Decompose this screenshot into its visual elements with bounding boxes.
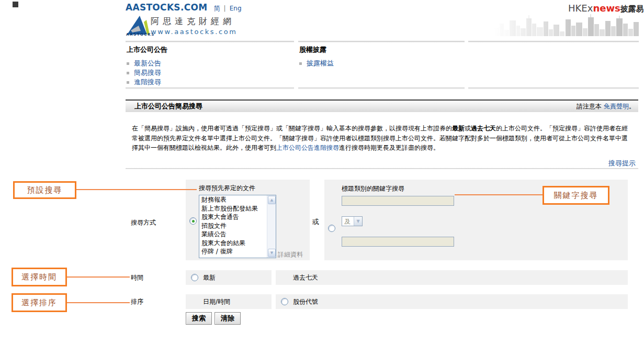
and-operator-select[interactable]: 及 ▼ (342, 216, 363, 226)
intro-bold-past7days: 過去七天 (471, 125, 496, 132)
and-operator-value: 及 (342, 217, 354, 226)
lang-simplified-link[interactable]: 简 (214, 5, 220, 12)
lang-english-link[interactable]: Eng (230, 5, 242, 12)
nav-item-simple-search[interactable]: 簡易搜尋 (127, 68, 161, 78)
callout-choose-sort: 選擇排序 (12, 293, 67, 312)
callout-preset-search: 預設搜尋 (13, 181, 76, 199)
square-bullet-icon (127, 81, 129, 84)
intro-text: 進行搜尋時期更長及更詳盡的搜尋。 (339, 144, 439, 151)
disclaimer-suffix: 。 (629, 103, 635, 110)
callout-line (76, 189, 197, 190)
nav-item-disclosure-interests[interactable]: 披露權益 (299, 59, 334, 68)
sort-option-datetime[interactable]: 日期/時間 (186, 294, 272, 309)
listbox-option[interactable]: 股東大會的結果 (199, 239, 267, 248)
hkex-text: HKEx (568, 3, 593, 14)
listbox-option[interactable]: 業績公告 (199, 230, 267, 239)
callout-choose-time: 選擇時間 (12, 268, 67, 286)
page-title: 上市公司公告簡易搜尋 (134, 102, 202, 111)
nav-item-label: 進階搜尋 (134, 78, 161, 87)
divider (298, 41, 465, 42)
section-title-bar: 上市公司公告簡易搜尋 請注意本免責聲明。 (126, 99, 638, 112)
nav-title-announcements: 上市公司公告 (127, 45, 167, 54)
scroll-down-icon[interactable]: ▼ (268, 249, 276, 257)
divider (298, 87, 465, 89)
predefined-docs-label: 搜尋預先界定的文件 (199, 184, 255, 193)
divider (468, 87, 639, 89)
listbox-option[interactable]: 股東大會通告 (199, 213, 267, 222)
lang-separator: | (224, 5, 226, 12)
time-latest-radio[interactable] (191, 274, 198, 281)
listbox-option[interactable]: 招股文件 (199, 222, 267, 230)
advanced-search-link[interactable]: 上市公司公告進階搜尋 (276, 144, 339, 151)
nav-item-latest-announcements[interactable]: 最新公告 (127, 59, 161, 68)
sort-option-stockcode[interactable]: 股份代號 (276, 294, 628, 309)
callout-keyword-search: 關鍵字搜尋 (543, 186, 609, 205)
nav-column-announcements: 上市公司公告 最新公告 簡易搜尋 進階搜尋 (126, 41, 294, 89)
header-brand-row: AASTOCKS.COM 简 | Eng (126, 2, 242, 13)
hkexnews-logo: HKExnews披露易 (568, 3, 644, 14)
site-name-chinese: 阿思達克財經網 (151, 16, 235, 27)
square-bullet-icon (127, 62, 129, 65)
intro-text: 在「簡易搜尋」設施內，使用者可透過「預定搜尋」或「關鍵字搜尋」輸入基本的搜尋參數… (132, 125, 452, 132)
scroll-up-icon[interactable]: ▲ (268, 196, 276, 204)
time-latest-label: 最新 (203, 273, 216, 282)
corner-icon (13, 2, 18, 7)
listbox-option[interactable]: 財務報表 (199, 195, 267, 204)
or-label: 或 (312, 217, 319, 227)
sort-datetime-label: 日期/時間 (203, 297, 230, 306)
document-type-listbox[interactable]: 財務報表 新上市股份配發結果 股東大會通告 招股文件 業績公告 股東大會的結果 … (199, 195, 276, 258)
intro-paragraph: 在「簡易搜尋」設施內，使用者可透過「預定搜尋」或「關鍵字搜尋」輸入基本的搜尋參數… (132, 124, 632, 153)
disclaimer-prefix: 請注意本 (577, 103, 602, 110)
time-option-latest[interactable]: 最新 (186, 270, 272, 285)
page: AASTOCKS.COM 简 | Eng AASTOCKS 阿思達克財經網 ww… (0, 0, 644, 343)
time-past7days-label: 過去七天 (293, 273, 318, 282)
nav-item-label: 簡易搜尋 (134, 68, 161, 78)
nav-item-advanced-search[interactable]: 進階搜尋 (127, 78, 161, 87)
site-url-text: www.aastocks.com (151, 28, 238, 36)
nav-item-label: 最新公告 (134, 59, 161, 68)
keyword-input-2[interactable] (342, 237, 454, 247)
divider (468, 41, 639, 42)
intro-or: 或 (465, 125, 471, 132)
callout-line (455, 194, 543, 195)
nav-title-disclosure: 股權披露 (299, 45, 326, 54)
nav-column-empty (468, 41, 639, 89)
time-label: 時間 (131, 273, 143, 282)
hkex-chinese-text: 披露易 (620, 4, 644, 14)
details-link[interactable]: 詳細資料 (278, 250, 303, 259)
square-bullet-icon (299, 62, 302, 65)
square-bullet-icon (127, 72, 129, 74)
skyline-fade (494, 14, 572, 37)
callout-line (67, 302, 130, 303)
listbox-scrollbar[interactable]: ▲ ▼ (267, 195, 276, 258)
chevron-down-icon[interactable]: ▼ (354, 217, 362, 226)
nav-column-disclosure: 股權披露 披露權益 (298, 41, 465, 89)
intro-bold-latest: 最新 (452, 125, 465, 132)
divider (126, 87, 294, 89)
sort-label: 排序 (131, 297, 143, 306)
callout-line (67, 276, 130, 278)
clear-button[interactable]: 清除 (214, 312, 241, 325)
disclaimer-note: 請注意本免責聲明。 (577, 102, 635, 111)
keyword-search-radio[interactable] (328, 225, 335, 232)
horizontal-divider (126, 168, 638, 169)
sort-stockcode-label: 股份代號 (293, 297, 318, 306)
sort-stockcode-radio[interactable] (281, 298, 288, 305)
predefined-search-radio[interactable] (189, 217, 197, 225)
nav-item-label: 披露權益 (307, 59, 334, 68)
keyword-input-1[interactable] (342, 196, 454, 206)
button-row: 搜索 清除 (186, 312, 241, 325)
search-tips-link[interactable]: 搜尋提示 (608, 159, 636, 168)
disclaimer-link[interactable]: 免責聲明 (604, 103, 629, 110)
divider (126, 41, 294, 42)
hkex-news-text: news (593, 3, 620, 14)
search-method-label: 搜尋方式 (131, 218, 156, 227)
time-option-past7days[interactable]: 過去七天 (276, 270, 628, 285)
listbox-option[interactable]: 新上市股份配發結果 (199, 204, 267, 213)
search-button[interactable]: 搜索 (186, 312, 212, 325)
listbox-option[interactable]: 停牌 / 復牌 (199, 247, 267, 256)
keyword-category-label: 標題類別的關鍵字搜尋 (342, 184, 404, 193)
brand-title: AASTOCKS.COM (126, 2, 207, 13)
